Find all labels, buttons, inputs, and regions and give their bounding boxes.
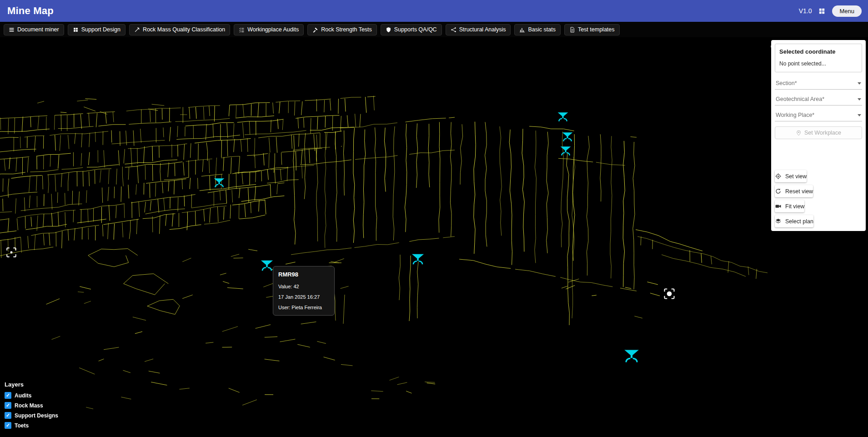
focus-crosshair-icon: [5, 246, 17, 258]
selected-coordinate-title: Selected coordinate: [779, 48, 858, 55]
checklist-icon: [239, 27, 245, 33]
map-marker[interactable]: [623, 348, 640, 364]
target-icon: [775, 173, 782, 180]
layer-label: Rock Mass: [15, 402, 43, 409]
chevron-down-icon: [858, 82, 861, 85]
select-label: Geotechnical Area*: [776, 96, 824, 102]
select-section[interactable]: Section*: [775, 78, 862, 90]
set-view-button[interactable]: Set view: [775, 170, 807, 182]
toolbar-button-label: Structural Analysis: [459, 26, 506, 33]
toolbar-button-label: Test templates: [578, 26, 615, 33]
checkbox-checked-icon: ✓: [5, 392, 11, 399]
toolbar-button-label: Rock Mass Quality Classification: [143, 26, 225, 33]
map-marker[interactable]: [560, 145, 572, 157]
mine-map[interactable]: [0, 0, 868, 437]
header-right: V1.0 Menu: [799, 5, 862, 17]
app-title: Mine Map: [7, 5, 54, 17]
view-button-label: Set view: [785, 173, 807, 180]
grid-icon: [73, 27, 79, 33]
map-marker[interactable]: [260, 259, 274, 272]
toolbar-button-label: Support Design: [81, 26, 120, 33]
toolbar-button-label: Basic stats: [528, 26, 555, 33]
select-label: Section*: [776, 80, 797, 86]
plan-icon: [775, 218, 782, 225]
layer-label: Audits: [15, 392, 31, 399]
hamburger-icon: [9, 27, 15, 33]
toolbar-button-label: Supports QA/QC: [394, 26, 437, 33]
toolbar-button-supports-qa-qc[interactable]: Supports QA/QC: [381, 24, 442, 35]
toolbar-button-workingplace-audits[interactable]: Workingplace Audits: [234, 24, 304, 35]
menu-button[interactable]: Menu: [832, 5, 862, 17]
selected-point-crosshair-icon: [663, 287, 676, 300]
structure-icon: [451, 27, 457, 33]
no-point-text: No point selected...: [779, 60, 858, 67]
toolbar-button-document-miner[interactable]: Document miner: [4, 24, 64, 35]
fit-view-button[interactable]: Fit view: [775, 200, 804, 212]
layers-panel: Layers ✓Audits✓Rock Mass✓Support Designs…: [5, 381, 58, 432]
layers-title: Layers: [5, 381, 58, 388]
toolbar-button-rock-mass-quality-classification[interactable]: Rock Mass Quality Classification: [129, 24, 230, 35]
toolbar-button-label: Rock Strength Tests: [321, 26, 372, 33]
version-label: V1.0: [799, 7, 812, 15]
mine-map-canvas[interactable]: [0, 0, 868, 437]
select-working-place[interactable]: Working Place*: [775, 110, 862, 121]
chart-icon: [519, 27, 525, 33]
shield-icon: [386, 27, 391, 33]
map-marker[interactable]: [562, 131, 573, 143]
toolbar-button-support-design[interactable]: Support Design: [68, 24, 125, 35]
apps-grid-icon[interactable]: [818, 7, 826, 15]
reset-view-button[interactable]: Reset view: [775, 185, 813, 197]
hammer-icon: [312, 27, 318, 33]
tooltip-user: User: Pieta Ferreira: [278, 305, 329, 310]
select-plan-button[interactable]: Select plan: [775, 215, 813, 227]
view-button-list: Set viewReset viewFit viewSelect plan: [775, 167, 862, 227]
view-button-label: Fit view: [785, 203, 804, 210]
tooltip-date: 17 Jan 2025 16:27: [278, 294, 329, 300]
side-panel: Selected coordinate No point selected...…: [771, 40, 866, 231]
set-workplace-button[interactable]: Set Workplace: [775, 126, 862, 139]
layer-checkbox-rock-mass[interactable]: ✓Rock Mass: [5, 402, 58, 409]
selected-coordinate-box: Selected coordinate No point selected...: [775, 44, 862, 72]
checkbox-checked-icon: ✓: [5, 402, 11, 409]
layer-checkbox-support-designs[interactable]: ✓Support Designs: [5, 412, 58, 419]
tooltip-value: Value: 42: [278, 284, 329, 289]
select-geotechnical-area[interactable]: Geotechnical Area*: [775, 94, 862, 105]
checkbox-checked-icon: ✓: [5, 422, 11, 429]
view-button-label: Reset view: [785, 188, 813, 195]
toolbar-button-label: Workingplace Audits: [247, 26, 299, 33]
layer-list: ✓Audits✓Rock Mass✓Support Designs✓Toets: [5, 392, 58, 429]
map-marker[interactable]: [213, 177, 225, 189]
toolbar-button-basic-stats[interactable]: Basic stats: [514, 24, 560, 35]
toolbar-button-test-templates[interactable]: Test templates: [564, 24, 620, 35]
set-workplace-label: Set Workplace: [804, 130, 841, 136]
select-label: Working Place*: [776, 112, 814, 118]
layer-label: Toets: [15, 422, 29, 429]
toolbar-button-rock-strength-tests[interactable]: Rock Strength Tests: [307, 24, 377, 35]
tooltip-title: RMR98: [278, 271, 329, 278]
layer-checkbox-toets[interactable]: ✓Toets: [5, 422, 58, 429]
pick-icon: [134, 27, 140, 33]
map-marker[interactable]: [411, 252, 425, 266]
marker-tooltip: RMR98 Value: 42 17 Jan 2025 16:27 User: …: [273, 266, 335, 316]
map-marker[interactable]: [557, 111, 569, 123]
chevron-down-icon: [858, 98, 861, 100]
panel-spacer: [775, 139, 862, 167]
app-header: Mine Map V1.0 Menu: [0, 0, 868, 22]
toolbar-button-structural-analysis[interactable]: Structural Analysis: [446, 24, 511, 35]
toolbar-button-label: Document miner: [17, 26, 59, 33]
pin-icon: [796, 130, 802, 136]
reset-icon: [775, 188, 782, 195]
view-button-label: Select plan: [785, 218, 813, 225]
camera-icon: [775, 203, 782, 210]
document-icon: [569, 27, 575, 33]
dropdown-list: Section*Geotechnical Area*Working Place*: [775, 78, 862, 126]
checkbox-checked-icon: ✓: [5, 412, 11, 419]
toolbar: Document minerSupport DesignRock Mass Qu…: [0, 22, 868, 37]
layer-label: Support Designs: [15, 412, 58, 419]
chevron-down-icon: [858, 114, 861, 116]
layer-checkbox-audits[interactable]: ✓Audits: [5, 392, 58, 399]
